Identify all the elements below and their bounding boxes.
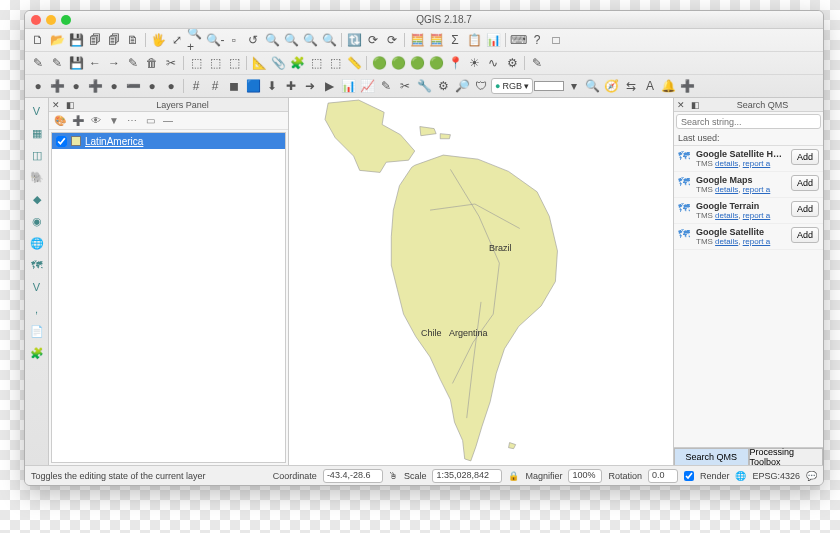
toolbar-button[interactable]: 🗑 xyxy=(143,54,161,72)
toolbar-button[interactable]: # xyxy=(206,77,224,95)
toolbar-button[interactable]: 🔍 xyxy=(301,31,319,49)
crs-button[interactable]: 🌐 xyxy=(735,471,746,481)
toolbar-button[interactable]: ➖ xyxy=(124,77,142,95)
maximize-button[interactable] xyxy=(61,15,71,25)
toolbar-button[interactable]: 🧮 xyxy=(427,31,445,49)
render-checkbox[interactable] xyxy=(684,471,694,481)
toolbar-button[interactable]: 🔔 xyxy=(660,77,678,95)
toolbar-button[interactable]: 🖐 xyxy=(149,31,167,49)
toolbar-button[interactable]: ● xyxy=(162,77,180,95)
tab-processing-toolbox[interactable]: Processing Toolbox xyxy=(749,448,824,465)
toolbar-button[interactable]: ✚ xyxy=(282,77,300,95)
toolbar-button[interactable]: □ xyxy=(547,31,565,49)
visibility-icon[interactable]: 👁 xyxy=(89,114,103,128)
qms-add-button[interactable]: Add xyxy=(791,149,819,165)
mouse-icon[interactable]: 🖱 xyxy=(389,471,398,481)
toolbar-button[interactable]: ✂ xyxy=(396,77,414,95)
tab-search-qms[interactable]: Search QMS xyxy=(674,448,749,465)
toolbar-button[interactable]: ⚙ xyxy=(434,77,452,95)
toolbar-button[interactable]: ⇆ xyxy=(622,77,640,95)
toolbar-button[interactable]: 🟢 xyxy=(370,54,388,72)
qms-report-link[interactable]: report a xyxy=(743,159,771,168)
toolbar-button[interactable]: ✂ xyxy=(162,54,180,72)
toolbar-button[interactable]: ✎ xyxy=(528,54,546,72)
qms-close-icon[interactable]: ✕ xyxy=(674,100,688,110)
toolbar-button[interactable]: ● xyxy=(105,77,123,95)
add-postgis-icon[interactable]: 🐘 xyxy=(28,168,46,186)
toolbar-button[interactable]: Σ xyxy=(446,31,464,49)
toolbar-button[interactable]: 📈 xyxy=(358,77,376,95)
qms-details-link[interactable]: details xyxy=(715,159,738,168)
toolbar-button[interactable]: 🔧 xyxy=(415,77,433,95)
collapse-icon[interactable]: ▭ xyxy=(143,114,157,128)
toolbar-button[interactable]: ⌨ xyxy=(509,31,527,49)
toolbar-button[interactable]: 📊 xyxy=(484,31,502,49)
toolbar-button[interactable]: ⬚ xyxy=(326,54,344,72)
toolbar-button[interactable]: 🔍 xyxy=(320,31,338,49)
qms-add-button[interactable]: Add xyxy=(791,227,819,243)
toolbar-button[interactable]: → xyxy=(105,54,123,72)
toolbar-button[interactable]: 📎 xyxy=(269,54,287,72)
qms-add-button[interactable]: Add xyxy=(791,201,819,217)
style-icon[interactable]: 🎨 xyxy=(53,114,67,128)
add-vector-icon[interactable]: V xyxy=(28,102,46,120)
toolbar-button[interactable]: 📍 xyxy=(446,54,464,72)
toolbar-button[interactable]: 🧭 xyxy=(603,77,621,95)
new-virtual-icon[interactable]: 🧩 xyxy=(28,344,46,362)
toolbar-button[interactable]: ● xyxy=(67,77,85,95)
add-wms-icon[interactable]: 🌐 xyxy=(28,234,46,252)
toolbar-button[interactable]: 🔍 xyxy=(263,31,281,49)
qms-details-link[interactable]: details xyxy=(715,185,738,194)
toolbar-button[interactable]: 🛡 xyxy=(472,77,490,95)
qms-undock-icon[interactable]: ◧ xyxy=(688,100,702,110)
toolbar-button[interactable]: ➕ xyxy=(48,77,66,95)
toolbar-button[interactable]: ☀ xyxy=(465,54,483,72)
qms-search-input[interactable] xyxy=(676,114,821,129)
color-swatch[interactable] xyxy=(534,81,564,91)
add-wcs-icon[interactable]: 🗺 xyxy=(28,256,46,274)
panel-close-icon[interactable]: ✕ xyxy=(49,100,63,110)
toolbar-button[interactable]: 🧩 xyxy=(288,54,306,72)
map-canvas[interactable]: Brazil Chile Argentina xyxy=(289,98,673,465)
toolbar-button[interactable]: ✎ xyxy=(48,54,66,72)
toolbar-button[interactable]: 🔎 xyxy=(453,77,471,95)
scale-value[interactable]: 1:35,028,842 xyxy=(432,469,502,483)
expand-icon[interactable]: ⋯ xyxy=(125,114,139,128)
toolbar-button[interactable]: ✎ xyxy=(124,54,142,72)
toolbar-button[interactable]: 🔍- xyxy=(206,31,224,49)
toolbar-button[interactable]: 🔍 xyxy=(282,31,300,49)
toolbar-button[interactable]: ∿ xyxy=(484,54,502,72)
toolbar-button[interactable]: ⬚ xyxy=(206,54,224,72)
remove-icon[interactable]: — xyxy=(161,114,175,128)
new-shapefile-icon[interactable]: 📄 xyxy=(28,322,46,340)
messages-icon[interactable]: 💬 xyxy=(806,471,817,481)
lock-icon[interactable]: 🔒 xyxy=(508,471,519,481)
toolbar-button[interactable]: ⬇ xyxy=(263,77,281,95)
toolbar-button[interactable]: 🗋 xyxy=(29,31,47,49)
toolbar-button[interactable]: 🔍 xyxy=(584,77,602,95)
minimize-button[interactable] xyxy=(46,15,56,25)
toolbar-button[interactable]: 💾 xyxy=(67,31,85,49)
toolbar-button[interactable]: ⚙ xyxy=(503,54,521,72)
toolbar-button[interactable]: 🔍+ xyxy=(187,31,205,49)
add-wfs-icon[interactable]: V xyxy=(28,278,46,296)
close-button[interactable] xyxy=(31,15,41,25)
layer-tree[interactable]: LatinAmerica xyxy=(51,132,286,463)
toolbar-button[interactable]: ⬚ xyxy=(225,54,243,72)
toolbar-button[interactable]: ● xyxy=(29,77,47,95)
toolbar-button[interactable]: 📏 xyxy=(345,54,363,72)
toolbar-button[interactable]: ➕ xyxy=(679,77,697,95)
add-mesh-icon[interactable]: ◫ xyxy=(28,146,46,164)
toolbar-button[interactable]: ⟳ xyxy=(383,31,401,49)
toolbar-button[interactable]: ⤢ xyxy=(168,31,186,49)
toolbar-button[interactable]: 📋 xyxy=(465,31,483,49)
qms-report-link[interactable]: report a xyxy=(743,211,771,220)
toolbar-button[interactable]: ⟳ xyxy=(364,31,382,49)
toolbar-button[interactable]: A xyxy=(641,77,659,95)
toolbar-button[interactable]: ⬚ xyxy=(187,54,205,72)
toolbar-button[interactable]: 🟢 xyxy=(389,54,407,72)
magnifier-value[interactable]: 100% xyxy=(568,469,602,483)
toolbar-button[interactable]: 📊 xyxy=(339,77,357,95)
toolbar-button[interactable]: ● xyxy=(143,77,161,95)
toolbar-button[interactable]: 🧮 xyxy=(408,31,426,49)
